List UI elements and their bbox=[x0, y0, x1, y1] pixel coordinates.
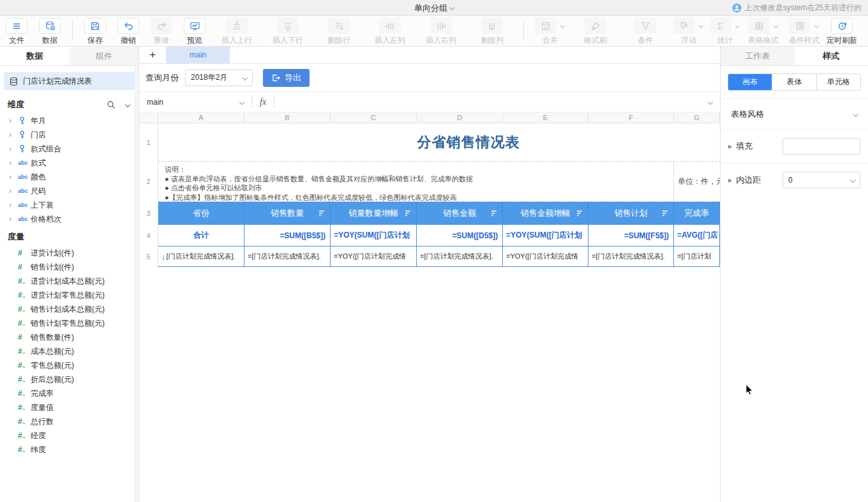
expander-icon[interactable]: › bbox=[9, 145, 18, 153]
total-cell[interactable]: 合计 bbox=[158, 225, 244, 246]
stats-dropdown[interactable] bbox=[731, 18, 740, 34]
measure-item[interactable]: #.进货计划零售总额(元) bbox=[0, 288, 138, 302]
grid-corner[interactable] bbox=[139, 112, 158, 123]
expander-icon[interactable]: › bbox=[9, 159, 18, 167]
delete-col-button[interactable]: 删除列 bbox=[467, 18, 518, 46]
sort-bars-icon[interactable] bbox=[576, 209, 583, 217]
chevron-down-icon[interactable] bbox=[125, 102, 130, 107]
cell-ref-dropdown[interactable]: main bbox=[139, 98, 251, 107]
expander-icon[interactable]: › bbox=[9, 187, 18, 195]
header-cell[interactable]: 销售金额增幅 bbox=[503, 202, 588, 225]
row-number[interactable]: 3 bbox=[139, 202, 158, 225]
header-cell[interactable]: 省份 bbox=[158, 202, 244, 225]
measure-item[interactable]: #.度量值 bbox=[0, 400, 138, 415]
data-cell[interactable]: ↓[门店计划完成情况表]. bbox=[158, 247, 244, 266]
column-header[interactable]: D bbox=[417, 112, 503, 123]
title-row[interactable]: 分省销售情况表 bbox=[158, 123, 720, 161]
data-cell[interactable]: =[门店计划 bbox=[674, 247, 720, 266]
dimension-item[interactable]: › 门店 bbox=[0, 128, 138, 142]
save-button[interactable]: 保存 bbox=[79, 18, 112, 46]
unit-note-cell[interactable]: 单位：件，元 bbox=[674, 162, 720, 201]
total-cell[interactable]: =YOY(SUM([门店计划 bbox=[331, 225, 417, 246]
dimension-item[interactable]: › abc 上下装 bbox=[0, 198, 138, 212]
dimension-item[interactable]: › abc 价格档次 bbox=[0, 212, 138, 226]
total-cell[interactable]: =YOY(SUM([门店计划 bbox=[503, 225, 588, 246]
float-dropdown[interactable] bbox=[695, 18, 704, 34]
tab-style[interactable]: 样式 bbox=[795, 47, 868, 65]
caret-right-icon[interactable]: ▶ bbox=[728, 144, 732, 149]
total-cell[interactable]: =SUM([B5$]) bbox=[244, 225, 331, 246]
search-icon[interactable] bbox=[107, 100, 116, 109]
row-number[interactable]: 5 bbox=[139, 247, 158, 267]
timed-refresh-button[interactable]: 定时刷新 bbox=[825, 18, 859, 46]
format-painter-button[interactable]: 格式刷 bbox=[571, 18, 620, 46]
tab-worksheet[interactable]: 工作表 bbox=[721, 47, 795, 65]
notes-row[interactable]: 说明： ● 该表是单向浮动表，按省分组显示销售数量、销售金额及其对应的增幅和销售… bbox=[158, 161, 720, 202]
measure-item[interactable]: #.销售计划成本总额(元) bbox=[0, 302, 138, 316]
sort-bars-icon[interactable] bbox=[490, 209, 498, 217]
measure-item[interactable]: #.成本总额(元) bbox=[0, 344, 138, 358]
measure-item[interactable]: #销售计划(件) bbox=[0, 260, 138, 274]
header-cell[interactable]: 销量数量增幅 bbox=[331, 202, 417, 225]
tab-data[interactable]: 数据 bbox=[0, 47, 70, 65]
column-header[interactable]: A bbox=[158, 112, 244, 123]
dimension-item[interactable]: › 年月 bbox=[0, 114, 138, 128]
row-number[interactable]: 1 bbox=[139, 123, 158, 161]
export-button[interactable]: 导出 bbox=[263, 69, 310, 87]
measure-item[interactable]: #.进货计划成本总额(元) bbox=[0, 274, 138, 288]
condition-style-dropdown[interactable] bbox=[811, 18, 819, 34]
header-cell[interactable]: 销售数量 bbox=[244, 202, 331, 225]
column-header[interactable]: C bbox=[331, 112, 417, 123]
column-header[interactable]: B bbox=[244, 112, 331, 123]
dimension-item[interactable]: › abc 颜色 bbox=[0, 170, 138, 184]
query-month-select[interactable]: 2018年2月 bbox=[185, 70, 253, 86]
data-cell[interactable]: =YOY([门店计划完成情 bbox=[503, 247, 588, 266]
merge-button[interactable]: 合并 bbox=[530, 18, 571, 46]
total-cell[interactable]: =AVG([门店 bbox=[674, 225, 720, 246]
dimension-item[interactable]: › abc 尺码 bbox=[0, 184, 138, 198]
fill-color-input[interactable] bbox=[782, 138, 860, 155]
padding-select[interactable]: 0 bbox=[782, 172, 860, 188]
measure-item[interactable]: #.完成率 bbox=[0, 386, 138, 400]
insert-col-right-button[interactable]: 插入右列 bbox=[415, 18, 467, 46]
segment-table-body[interactable]: 表体 bbox=[772, 74, 816, 90]
measure-item[interactable]: #.纬度 bbox=[0, 443, 138, 457]
measure-item[interactable]: #.经度 bbox=[0, 429, 138, 443]
dimension-item[interactable]: › 款式组合 bbox=[0, 142, 138, 156]
notes-cell[interactable]: 说明： ● 该表是单向浮动表，按省分组显示销售数量、销售金额及其对应的增幅和销售… bbox=[158, 162, 674, 201]
column-header[interactable]: F bbox=[588, 112, 674, 123]
table-format-dropdown[interactable] bbox=[770, 18, 779, 34]
undo-button[interactable]: 撤销 bbox=[112, 18, 145, 46]
expander-icon[interactable]: › bbox=[9, 215, 18, 223]
insert-row-below-button[interactable]: 插入下行 bbox=[262, 18, 313, 46]
column-header[interactable]: E bbox=[503, 112, 588, 123]
preview-button[interactable]: 预览 bbox=[178, 18, 211, 46]
stats-button[interactable]: 统计 bbox=[707, 18, 743, 46]
row-number[interactable]: 4 bbox=[139, 225, 158, 247]
expander-icon[interactable]: › bbox=[9, 117, 18, 125]
measure-item[interactable]: #进货计划(件) bbox=[0, 246, 138, 260]
row-number[interactable]: 2 bbox=[139, 161, 158, 202]
dimension-item[interactable]: › abc 款式 bbox=[0, 156, 138, 170]
header-cell[interactable]: 销售金额 bbox=[417, 202, 503, 225]
header-cell[interactable]: 销售计划 bbox=[588, 202, 674, 225]
table-format-button[interactable]: 表格格式 bbox=[743, 18, 784, 46]
tab-components[interactable]: 组件 bbox=[70, 47, 139, 65]
data-cell[interactable]: =[门店计划完成情况表]. bbox=[588, 247, 674, 266]
measure-item[interactable]: #销售数量(件) bbox=[0, 330, 138, 344]
expander-icon[interactable]: › bbox=[9, 131, 18, 139]
measure-item[interactable]: #.折后总额(元) bbox=[0, 372, 138, 386]
condition-button[interactable]: 条件 bbox=[620, 18, 670, 46]
measure-item[interactable]: #.总行数 bbox=[0, 415, 138, 429]
segment-cell[interactable]: 单元格 bbox=[816, 74, 860, 90]
merge-dropdown[interactable] bbox=[557, 18, 565, 34]
total-cell[interactable]: =SUM([F5$]) bbox=[588, 225, 674, 246]
expander-icon[interactable]: › bbox=[9, 201, 18, 209]
insert-row-above-button[interactable]: 插入上行 bbox=[211, 18, 262, 46]
data-cell[interactable]: =[门店计划完成情况表]. bbox=[417, 247, 503, 266]
header-cell[interactable]: 完成率 bbox=[674, 202, 720, 225]
float-button[interactable]: 浮动 bbox=[670, 18, 707, 46]
measure-item[interactable]: #.销售计划零售总额(元) bbox=[0, 316, 138, 330]
formula-bar-expand-chevron[interactable] bbox=[708, 99, 713, 104]
datasource-item[interactable]: 门店计划完成情况表 bbox=[4, 72, 135, 90]
